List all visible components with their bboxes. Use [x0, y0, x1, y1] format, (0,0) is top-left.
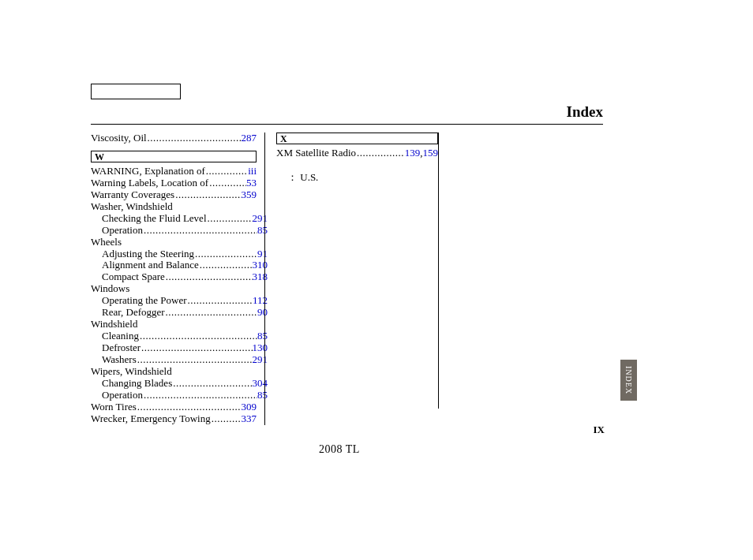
- leader-dots: [356, 147, 405, 159]
- entry-wheels-adjust: Adjusting the Steering 91: [91, 248, 268, 260]
- entry-label: Washers: [102, 354, 137, 366]
- entry-washer-windshield: Washer, Windshield: [91, 201, 257, 213]
- leader-dots: [143, 390, 257, 401]
- entry-wrecker: Wrecker, Emergency Towing 337: [91, 413, 257, 425]
- entry-worn-tires: Worn Tires 309: [91, 401, 257, 413]
- entry-washer-check: Checking the Fluid Level 291: [91, 213, 268, 225]
- entry-label: Checking the Fluid Level: [102, 213, 207, 225]
- leader-dots: [207, 213, 253, 225]
- entry-label: Washer, Windshield: [91, 201, 173, 213]
- leader-dots: [205, 166, 248, 177]
- entry-label: Operation: [102, 390, 143, 401]
- page-number-roman: IX: [594, 424, 605, 436]
- leader-dots: [211, 413, 242, 425]
- entry-windshield: Windshield: [91, 319, 257, 330]
- entry-label: Rear, Defogger: [102, 307, 165, 319]
- entry-label: WARNING, Explanation of: [91, 166, 205, 177]
- entry-label: Compact Spare: [102, 271, 165, 283]
- page-ref[interactable]: 359: [242, 189, 257, 201]
- side-tab-index: INDEX: [620, 360, 637, 401]
- leader-dots: [208, 177, 246, 189]
- leader-dots: [143, 225, 257, 237]
- entry-label: Warning Labels, Location of: [91, 177, 208, 189]
- entry-windows-defog: Rear, Defogger 90: [91, 307, 268, 319]
- leader-dots: [137, 401, 242, 413]
- leader-dots: [165, 271, 253, 283]
- section-letter-w: W: [91, 151, 257, 162]
- entry-windshield-defrost: Defroster 130: [91, 342, 268, 354]
- entry-label: Operation: [102, 225, 143, 237]
- leader-dots: [139, 330, 257, 342]
- note-body: U.S.: [300, 171, 318, 183]
- page-ref[interactable]: iii: [248, 166, 257, 177]
- entry-label: Warranty Coverages: [91, 189, 174, 201]
- index-title: Index: [91, 103, 603, 125]
- entry-label: Worn Tires: [91, 401, 137, 413]
- note-marker: ：: [287, 171, 298, 183]
- entry-wipers: Wipers, Windshield: [91, 366, 257, 378]
- entry-warning-explanation: WARNING, Explanation of iii: [91, 166, 257, 177]
- footer-model: 2008 TL: [319, 443, 360, 456]
- entry-label: XM Satellite Radio: [276, 147, 356, 159]
- entry-wheels-spare: Compact Spare 318: [91, 271, 268, 283]
- leader-dots: [174, 189, 241, 201]
- section-letter-x: X: [276, 133, 438, 144]
- entry-label: Cleaning: [102, 330, 139, 342]
- entry-label: Wrecker, Emergency Towing: [91, 413, 211, 425]
- leader-dots: [199, 259, 253, 271]
- column-left: Viscosity, Oil 287 W WARNING, Explanatio…: [91, 133, 264, 425]
- leader-dots: [147, 133, 242, 144]
- right-column-divider: [438, 133, 439, 409]
- entry-wipers-operation: Operation 85: [91, 390, 268, 401]
- entry-label: Adjusting the Steering: [102, 248, 194, 260]
- entry-label: Viscosity, Oil: [91, 133, 147, 144]
- entry-viscosity-oil: Viscosity, Oil 287: [91, 133, 257, 144]
- entry-warning-labels: Warning Labels, Location of 53: [91, 177, 257, 189]
- page-ref[interactable]: 337: [242, 413, 257, 425]
- page: Index Viscosity, Oil 287 W WARNING, Expl…: [0, 0, 753, 560]
- leader-dots: [140, 342, 252, 354]
- page-ref[interactable]: 53: [246, 177, 257, 189]
- page-ref[interactable]: 309: [242, 401, 257, 413]
- entry-wheels-align: Alignment and Balance 310: [91, 259, 268, 271]
- entry-windows: Windows: [91, 283, 257, 295]
- entry-label: Windows: [91, 283, 129, 295]
- entry-windshield-wash: Washers 291: [91, 354, 268, 366]
- leader-dots: [194, 248, 257, 260]
- page-ref[interactable]: 159: [423, 147, 439, 159]
- entry-wipers-blades: Changing Blades 304: [91, 378, 268, 390]
- entry-windows-power: Operating the Power 112: [91, 295, 268, 307]
- entry-label: Wheels: [91, 237, 122, 248]
- entry-label: Defroster: [102, 342, 140, 354]
- entry-wheels: Wheels: [91, 237, 257, 248]
- entry-label: Alignment and Balance: [102, 259, 199, 271]
- page-ref[interactable]: 287: [242, 133, 257, 144]
- leader-dots: [165, 307, 257, 319]
- top-left-box: [91, 84, 181, 99]
- entry-warranty: Warranty Coverages 359: [91, 189, 257, 201]
- entry-label: Wipers, Windshield: [91, 366, 172, 378]
- page-ref[interactable]: 139: [405, 147, 421, 159]
- column-right: X XM Satellite Radio 139, 159 ： U.S.: [264, 133, 438, 425]
- entry-label: Windshield: [91, 319, 137, 330]
- entry-xm-radio: XM Satellite Radio 139, 159: [276, 147, 438, 159]
- entry-label: Changing Blades: [102, 378, 172, 390]
- leader-dots: [137, 354, 253, 366]
- entry-label: Operating the Power: [102, 295, 187, 307]
- entry-windshield-clean: Cleaning 85: [91, 330, 268, 342]
- index-columns: Viscosity, Oil 287 W WARNING, Explanatio…: [91, 133, 438, 425]
- leader-dots: [172, 378, 252, 390]
- leader-dots: [187, 295, 253, 307]
- entry-washer-operation: Operation 85: [91, 225, 268, 237]
- xm-note: ： U.S.: [276, 172, 438, 184]
